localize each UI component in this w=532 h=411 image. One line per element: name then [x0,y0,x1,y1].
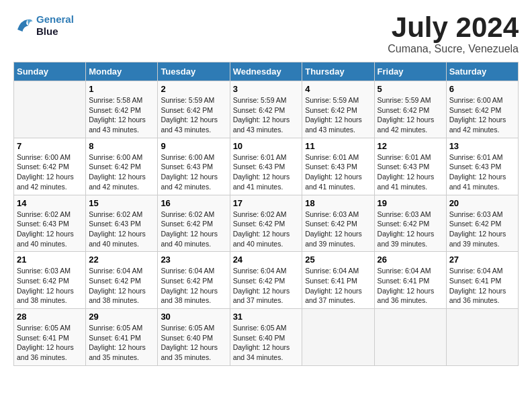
location: Cumana, Sucre, Venezuela [388,43,519,55]
calendar-cell: 11 Sunrise: 6:01 AMSunset: 6:43 PMDaylig… [302,138,374,195]
cell-info: Sunrise: 6:03 AMSunset: 6:42 PMDaylight:… [305,210,371,249]
week-row-2: 7 Sunrise: 6:00 AMSunset: 6:42 PMDayligh… [14,138,519,195]
calendar-table: SundayMondayTuesdayWednesdayThursdayFrid… [13,62,519,366]
calendar-cell [446,309,518,366]
day-number: 8 [89,141,154,151]
calendar-cell: 1 Sunrise: 5:58 AMSunset: 6:42 PMDayligh… [86,81,158,138]
day-number: 27 [449,255,515,265]
cell-info: Sunrise: 6:03 AMSunset: 6:42 PMDaylight:… [449,210,515,249]
day-number: 18 [305,198,371,208]
day-number: 24 [233,255,300,265]
day-number: 11 [305,141,371,151]
cell-info: Sunrise: 6:01 AMSunset: 6:43 PMDaylight:… [233,152,300,192]
day-number: 19 [378,198,443,208]
day-number: 16 [161,198,226,208]
day-number: 17 [233,198,300,208]
cell-info: Sunrise: 6:02 AMSunset: 6:43 PMDaylight:… [17,210,83,249]
day-number: 5 [378,84,443,94]
calendar-cell: 24 Sunrise: 6:04 AMSunset: 6:42 PMDaylig… [230,252,302,309]
cell-info: Sunrise: 5:59 AMSunset: 6:42 PMDaylight:… [305,95,371,135]
calendar-cell: 20 Sunrise: 6:03 AMSunset: 6:42 PMDaylig… [446,195,518,252]
col-header-saturday: Saturday [446,62,518,81]
cell-info: Sunrise: 6:01 AMSunset: 6:43 PMDaylight:… [305,152,371,192]
day-number: 20 [449,198,515,208]
cell-info: Sunrise: 6:03 AMSunset: 6:42 PMDaylight:… [378,210,443,249]
cell-info: Sunrise: 6:04 AMSunset: 6:41 PMDaylight:… [378,266,443,306]
day-number: 6 [449,84,515,94]
calendar-cell: 10 Sunrise: 6:01 AMSunset: 6:43 PMDaylig… [230,138,302,195]
cell-info: Sunrise: 6:04 AMSunset: 6:41 PMDaylight:… [305,266,371,306]
calendar-cell [302,309,374,366]
week-row-5: 28 Sunrise: 6:05 AMSunset: 6:41 PMDaylig… [14,309,519,366]
week-row-1: 1 Sunrise: 5:58 AMSunset: 6:42 PMDayligh… [14,81,519,138]
cell-info: Sunrise: 6:04 AMSunset: 6:42 PMDaylight:… [233,266,300,306]
calendar-cell: 31 Sunrise: 6:05 AMSunset: 6:40 PMDaylig… [230,309,302,366]
calendar-cell [374,309,446,366]
calendar-cell: 8 Sunrise: 6:00 AMSunset: 6:42 PMDayligh… [86,138,158,195]
title-block: July 2024 Cumana, Sucre, Venezuela [388,13,519,55]
day-number: 28 [17,312,83,322]
day-number: 25 [305,255,371,265]
cell-info: Sunrise: 6:05 AMSunset: 6:41 PMDaylight:… [89,323,154,363]
calendar-cell: 30 Sunrise: 6:05 AMSunset: 6:40 PMDaylig… [158,309,230,366]
cell-info: Sunrise: 6:03 AMSunset: 6:42 PMDaylight:… [17,266,83,306]
cell-info: Sunrise: 6:04 AMSunset: 6:42 PMDaylight:… [89,266,154,306]
logo: General Blue [13,13,74,38]
calendar-cell: 2 Sunrise: 5:59 AMSunset: 6:42 PMDayligh… [158,81,230,138]
cell-info: Sunrise: 6:00 AMSunset: 6:42 PMDaylight:… [89,152,154,192]
calendar-cell: 19 Sunrise: 6:03 AMSunset: 6:42 PMDaylig… [374,195,446,252]
logo-text-blue: Blue [36,26,58,37]
cell-info: Sunrise: 6:00 AMSunset: 6:42 PMDaylight:… [449,95,515,135]
calendar-cell: 23 Sunrise: 6:04 AMSunset: 6:42 PMDaylig… [158,252,230,309]
month-title: July 2024 [388,13,519,42]
week-row-4: 21 Sunrise: 6:03 AMSunset: 6:42 PMDaylig… [14,252,519,309]
cell-info: Sunrise: 6:04 AMSunset: 6:41 PMDaylight:… [449,266,515,306]
cell-info: Sunrise: 5:59 AMSunset: 6:42 PMDaylight:… [161,95,226,135]
calendar-cell: 26 Sunrise: 6:04 AMSunset: 6:41 PMDaylig… [374,252,446,309]
calendar-cell: 16 Sunrise: 6:02 AMSunset: 6:42 PMDaylig… [158,195,230,252]
day-number: 15 [89,198,154,208]
day-number: 23 [161,255,226,265]
day-number: 22 [89,255,154,265]
cell-info: Sunrise: 6:01 AMSunset: 6:43 PMDaylight:… [378,152,443,192]
col-header-monday: Monday [86,62,158,81]
day-number: 29 [89,312,154,322]
cell-info: Sunrise: 6:00 AMSunset: 6:43 PMDaylight:… [161,152,226,192]
day-number: 21 [17,255,83,265]
day-number: 10 [233,141,300,151]
day-number: 30 [161,312,226,322]
cell-info: Sunrise: 6:00 AMSunset: 6:42 PMDaylight:… [17,152,83,192]
cell-info: Sunrise: 5:59 AMSunset: 6:42 PMDaylight:… [233,95,300,135]
cell-info: Sunrise: 6:05 AMSunset: 6:40 PMDaylight:… [233,323,300,363]
day-number: 26 [378,255,443,265]
day-number: 3 [233,84,300,94]
day-number: 2 [161,84,226,94]
calendar-cell: 21 Sunrise: 6:03 AMSunset: 6:42 PMDaylig… [14,252,86,309]
calendar-cell: 12 Sunrise: 6:01 AMSunset: 6:43 PMDaylig… [374,138,446,195]
cell-info: Sunrise: 6:04 AMSunset: 6:42 PMDaylight:… [161,266,226,306]
calendar-cell: 7 Sunrise: 6:00 AMSunset: 6:42 PMDayligh… [14,138,86,195]
cell-info: Sunrise: 6:01 AMSunset: 6:43 PMDaylight:… [449,152,515,192]
day-number: 7 [17,141,83,151]
cell-info: Sunrise: 6:05 AMSunset: 6:40 PMDaylight:… [161,323,226,363]
calendar-cell: 14 Sunrise: 6:02 AMSunset: 6:43 PMDaylig… [14,195,86,252]
cell-info: Sunrise: 5:59 AMSunset: 6:42 PMDaylight:… [378,95,443,135]
day-number: 1 [89,84,154,94]
calendar-cell: 22 Sunrise: 6:04 AMSunset: 6:42 PMDaylig… [86,252,158,309]
page-header: General Blue July 2024 Cumana, Sucre, Ve… [13,13,519,55]
calendar-cell: 18 Sunrise: 6:03 AMSunset: 6:42 PMDaylig… [302,195,374,252]
calendar-cell: 25 Sunrise: 6:04 AMSunset: 6:41 PMDaylig… [302,252,374,309]
logo-icon [13,15,34,36]
day-number: 9 [161,141,226,151]
calendar-cell: 4 Sunrise: 5:59 AMSunset: 6:42 PMDayligh… [302,81,374,138]
cell-info: Sunrise: 6:02 AMSunset: 6:43 PMDaylight:… [89,210,154,249]
col-header-wednesday: Wednesday [230,62,302,81]
day-number: 12 [378,141,443,151]
calendar-cell: 3 Sunrise: 5:59 AMSunset: 6:42 PMDayligh… [230,81,302,138]
col-header-thursday: Thursday [302,62,374,81]
calendar-cell: 13 Sunrise: 6:01 AMSunset: 6:43 PMDaylig… [446,138,518,195]
calendar-cell: 28 Sunrise: 6:05 AMSunset: 6:41 PMDaylig… [14,309,86,366]
calendar-cell: 6 Sunrise: 6:00 AMSunset: 6:42 PMDayligh… [446,81,518,138]
cell-info: Sunrise: 6:05 AMSunset: 6:41 PMDaylight:… [17,323,83,363]
day-number: 14 [17,198,83,208]
